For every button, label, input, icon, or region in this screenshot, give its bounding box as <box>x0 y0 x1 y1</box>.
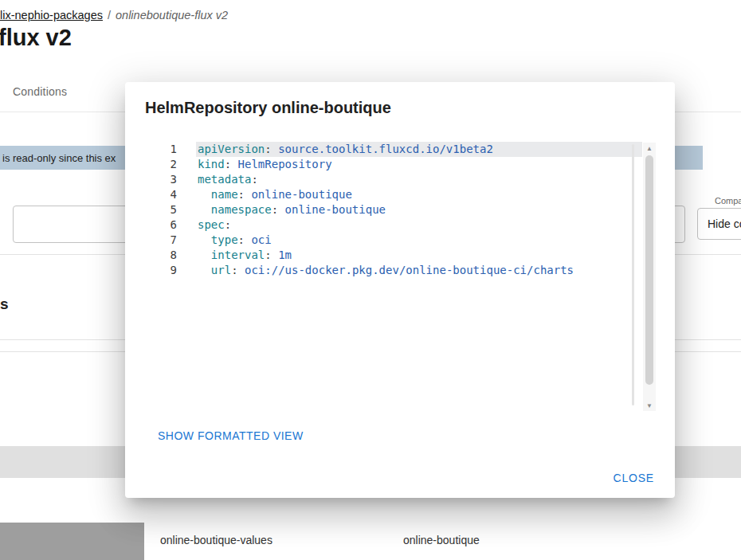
yaml-separator: : <box>272 203 285 216</box>
breadcrumb-repo-link[interactable]: lix-nephio-packages <box>0 9 103 22</box>
yaml-value: oci <box>251 233 271 246</box>
screen: lix-nephio-packages/onlineboutique-flux … <box>0 0 741 560</box>
scroll-up-icon: ▲ <box>646 145 653 152</box>
yaml-key: spec <box>198 218 225 231</box>
compare-select[interactable]: Hide comparison <box>697 208 741 240</box>
code-line-content: type: oci <box>196 233 642 248</box>
line-number: 1 <box>144 142 177 157</box>
compare-select-label: Compare <box>713 196 741 206</box>
yaml-key: type <box>198 233 238 246</box>
code-line: 6spec: <box>144 217 642 233</box>
yaml-value: online-boutique <box>285 203 386 216</box>
yaml-separator: : <box>251 173 257 186</box>
yaml-key: url <box>198 264 231 276</box>
line-number: 2 <box>144 157 177 172</box>
code-line-content: metadata: <box>196 172 642 187</box>
code-line: 4 name: online-boutique <box>144 187 642 202</box>
section-heading-partial: s <box>0 296 9 313</box>
code-line: 8 interval: 1m <box>144 248 642 263</box>
yaml-separator: : <box>265 143 278 155</box>
line-number: 4 <box>144 187 177 202</box>
tab-conditions[interactable]: Conditions <box>13 85 67 98</box>
yaml-separator: : <box>265 249 278 261</box>
yaml-key: apiVersion <box>198 143 265 155</box>
yaml-separator: : <box>238 188 252 201</box>
yaml-value: source.toolkit.fluxcd.io/v1beta2 <box>278 143 493 155</box>
code-line: 1apiVersion: source.toolkit.fluxcd.io/v1… <box>144 142 642 157</box>
yaml-separator: : <box>238 233 252 246</box>
yaml-separator: : <box>225 218 231 231</box>
table-row[interactable]: online-boutique-values online-boutique <box>0 522 741 560</box>
yaml-value: HelmRepository <box>238 158 332 170</box>
scroll-up-button[interactable]: ▲ <box>643 143 656 154</box>
code-line: 5 namespace: online-boutique <box>144 202 642 217</box>
yaml-value: 1m <box>278 249 292 261</box>
line-number: 9 <box>144 263 177 278</box>
yaml-value: online-boutique <box>251 188 351 201</box>
table-cell-resource-name[interactable]: online-boutique <box>403 534 480 546</box>
yaml-separator: : <box>225 158 238 170</box>
line-number: 8 <box>144 248 177 263</box>
yaml-key: interval <box>198 249 265 261</box>
code-line-content: url: oci://us-docker.pkg.dev/online-bout… <box>196 263 642 278</box>
code-line-content: kind: HelmRepository <box>196 157 642 172</box>
breadcrumb: lix-nephio-packages/onlineboutique-flux … <box>0 9 228 22</box>
table-cell-empty <box>0 523 144 560</box>
breadcrumb-current: onlineboutique-flux v2 <box>116 9 228 22</box>
code-line: 3metadata: <box>144 172 642 187</box>
code-line-content: namespace: online-boutique <box>196 202 642 217</box>
breadcrumb-separator: / <box>108 9 111 22</box>
code-line: 2kind: HelmRepository <box>144 157 642 172</box>
line-number: 7 <box>144 233 177 248</box>
code-line: 9 url: oci://us-docker.pkg.dev/online-bo… <box>144 263 642 278</box>
yaml-key: metadata <box>198 173 251 186</box>
readonly-banner-text: is read-only since this ex <box>2 152 116 164</box>
scroll-down-button[interactable]: ▼ <box>643 400 656 411</box>
scrollbar-thumb[interactable] <box>645 155 653 385</box>
code-editor-lines: 1apiVersion: source.toolkit.fluxcd.io/v1… <box>144 142 642 278</box>
line-number: 5 <box>144 202 177 217</box>
editor-scrollbar[interactable]: ▲ ▼ <box>643 143 656 411</box>
code-line-content: spec: <box>196 217 642 233</box>
code-line-content: apiVersion: source.toolkit.fluxcd.io/v1b… <box>196 142 642 157</box>
yaml-key: kind <box>198 158 225 170</box>
yaml-separator: : <box>231 264 245 276</box>
yaml-key: namespace <box>198 203 272 216</box>
line-number: 3 <box>144 172 177 187</box>
page-title: flux v2 <box>0 25 72 51</box>
code-line-content: interval: 1m <box>196 248 642 263</box>
yaml-value: oci://us-docker.pkg.dev/online-boutique-… <box>245 264 574 276</box>
close-button[interactable]: CLOSE <box>607 465 661 491</box>
table-cell-resource-name[interactable]: online-boutique-values <box>160 534 272 546</box>
scroll-down-icon: ▼ <box>646 402 653 409</box>
dialog-title: HelmRepository online-boutique <box>145 99 391 117</box>
yaml-viewer-dialog: HelmRepository online-boutique 1apiVersi… <box>125 82 675 498</box>
code-editor[interactable]: 1apiVersion: source.toolkit.fluxcd.io/v1… <box>144 142 642 410</box>
show-formatted-view-button[interactable]: SHOW FORMATTED VIEW <box>151 423 310 448</box>
code-line-content: name: online-boutique <box>196 187 642 202</box>
editor-inner-scrollbar[interactable] <box>632 144 634 405</box>
yaml-key: name <box>198 188 238 201</box>
line-number: 6 <box>144 217 177 233</box>
code-line: 7 type: oci <box>144 233 642 248</box>
